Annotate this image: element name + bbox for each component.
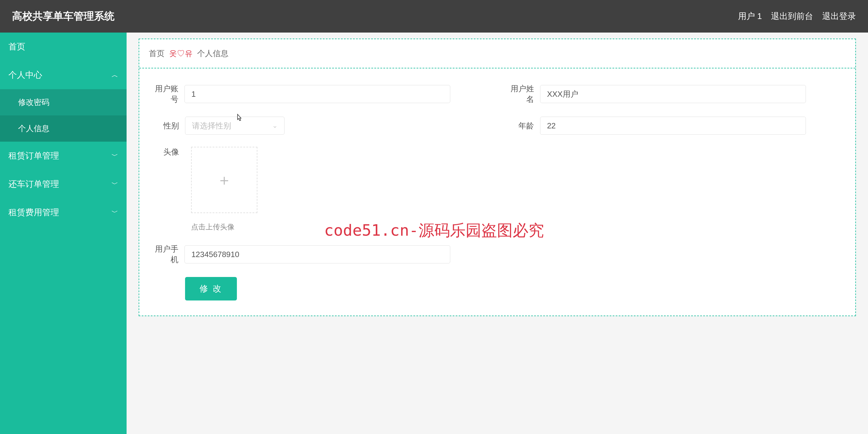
sidebar-item-home[interactable]: 首页: [0, 33, 127, 61]
gender-select[interactable]: 请选择性别 ⌄: [185, 117, 284, 135]
gender-label: 性别: [149, 121, 185, 131]
submit-button[interactable]: 修 改: [185, 277, 237, 301]
name-input[interactable]: [540, 85, 806, 103]
avatar-label: 头像: [149, 147, 185, 157]
avatar-upload[interactable]: ＋: [191, 147, 257, 213]
sidebar: 首页 个人中心 ︿ 修改密码 个人信息 租赁订单管理 ﹀ 还车订单管理 ﹀ 租赁…: [0, 33, 127, 434]
chevron-down-icon: ﹀: [112, 208, 118, 217]
account-input[interactable]: [184, 85, 450, 103]
exit-front-link[interactable]: 退出到前台: [771, 10, 813, 22]
sidebar-item-label: 个人中心: [8, 69, 42, 81]
phone-input[interactable]: [184, 245, 450, 264]
form-area: 用户账号 用户姓名 性别 请选择性别 ⌄ 年龄: [139, 68, 855, 315]
header-right: 用户 1 退出到前台 退出登录: [738, 10, 856, 22]
sidebar-item-rental-orders[interactable]: 租赁订单管理 ﹀: [0, 142, 127, 170]
breadcrumb-home[interactable]: 首页: [149, 49, 164, 58]
main-content: 首页 옷♡유 个人信息 用户账号 用户姓名 性别 请选择性别: [127, 33, 868, 434]
age-input[interactable]: [540, 117, 806, 135]
chevron-down-icon: ﹀: [112, 180, 118, 189]
sidebar-item-personal-center[interactable]: 个人中心 ︿: [0, 61, 127, 89]
chevron-down-icon: ⌄: [272, 122, 278, 130]
chevron-up-icon: ︿: [112, 70, 118, 80]
chevron-down-icon: ﹀: [112, 151, 118, 160]
account-label: 用户账号: [149, 84, 184, 104]
sidebar-item-label: 还车订单管理: [8, 179, 59, 190]
sidebar-item-return-orders[interactable]: 还车订单管理 ﹀: [0, 170, 127, 198]
name-label: 用户姓名: [504, 84, 540, 104]
sidebar-subitem-personal-info[interactable]: 个人信息: [0, 116, 127, 142]
avatar-hint: 点击上传头像: [191, 222, 846, 232]
breadcrumb-separator-icon: 옷♡유: [169, 49, 193, 58]
sidebar-item-label: 租赁订单管理: [8, 150, 59, 161]
content-panel: 首页 옷♡유 个人信息 用户账号 用户姓名 性别 请选择性别: [138, 38, 856, 316]
header: 高校共享单车管理系统 用户 1 退出到前台 退出登录: [0, 0, 868, 33]
breadcrumb: 首页 옷♡유 个人信息: [139, 39, 855, 68]
phone-label: 用户手机: [149, 244, 184, 265]
gender-placeholder: 请选择性别: [192, 121, 231, 131]
sidebar-item-rental-fees[interactable]: 租赁费用管理 ﹀: [0, 198, 127, 227]
logout-link[interactable]: 退出登录: [822, 10, 856, 22]
sidebar-item-label: 首页: [8, 41, 25, 53]
breadcrumb-current: 个人信息: [197, 49, 228, 58]
app-title: 高校共享单车管理系统: [12, 9, 115, 23]
user-label[interactable]: 用户 1: [738, 10, 762, 22]
sidebar-item-label: 修改密码: [18, 98, 50, 107]
sidebar-item-label: 租赁费用管理: [8, 207, 59, 218]
age-label: 年龄: [504, 121, 540, 131]
plus-icon: ＋: [217, 170, 232, 190]
sidebar-subitem-change-password[interactable]: 修改密码: [0, 89, 127, 116]
sidebar-item-label: 个人信息: [18, 124, 50, 133]
